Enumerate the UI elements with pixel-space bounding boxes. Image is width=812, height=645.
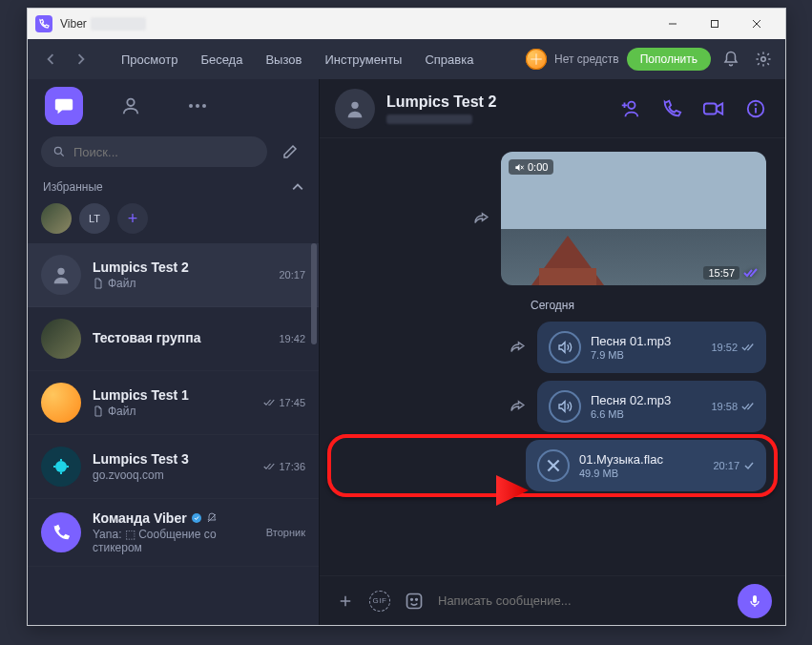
menu-call[interactable]: Вызов xyxy=(256,47,311,73)
chat-sub: Файл xyxy=(108,405,136,418)
topup-button[interactable]: Пополнить xyxy=(627,48,711,71)
chat-name: Lumpics Test 1 xyxy=(93,387,252,403)
message-composer: GIF xyxy=(320,575,785,625)
file-name: Песня 02.mp3 xyxy=(591,393,701,407)
file-icon xyxy=(93,278,104,289)
svg-point-13 xyxy=(192,513,201,523)
message-time: 19:58 xyxy=(711,401,738,412)
svg-point-20 xyxy=(756,104,757,105)
info-button[interactable] xyxy=(741,94,770,123)
chat-item[interactable]: Команда Viber Yana: ⬚ Сообщение со стике… xyxy=(28,499,319,567)
section-favorites[interactable]: Избранные xyxy=(28,177,319,198)
add-favorite-button[interactable]: + xyxy=(117,203,148,234)
svg-rect-27 xyxy=(407,593,422,608)
audio-file-icon xyxy=(549,331,581,364)
chat-item[interactable]: Lumpics Test 3 go.zvooq.com 17:36 xyxy=(28,435,319,499)
chat-time: Вторник xyxy=(266,527,305,538)
video-mute-indicator: 0:00 xyxy=(509,159,553,175)
tab-contacts[interactable] xyxy=(112,87,150,125)
favorite-contact[interactable]: LT xyxy=(79,203,110,234)
chat-name: Lumpics Test 2 xyxy=(93,260,267,275)
chat-name: Тестовая группа xyxy=(93,330,267,345)
svg-point-28 xyxy=(411,598,413,600)
nav-back[interactable] xyxy=(37,46,64,73)
forward-icon[interactable] xyxy=(509,398,526,415)
svg-point-29 xyxy=(416,598,418,600)
chat-time: 17:36 xyxy=(279,461,305,472)
message-input[interactable] xyxy=(438,593,726,608)
chat-sub: Файл xyxy=(108,277,136,290)
read-ticks-icon xyxy=(743,268,759,278)
svg-point-9 xyxy=(54,147,61,154)
app-window: Viber Просмотр Беседа Вызов Инструменты … xyxy=(27,8,786,626)
search-box[interactable] xyxy=(41,136,267,167)
svg-point-11 xyxy=(57,268,64,275)
gif-button[interactable]: GIF xyxy=(369,591,390,612)
chat-name: Lumpics Test 3 xyxy=(93,451,252,467)
chat-list: Lumpics Test 2 Файл 20:17 Тестовая групп… xyxy=(28,243,319,625)
chat-item[interactable]: Lumpics Test 2 Файл 20:17 xyxy=(28,243,319,307)
chat-time: 19:42 xyxy=(279,333,305,344)
chevron-up-icon xyxy=(292,181,303,193)
settings-icon[interactable] xyxy=(751,47,776,72)
file-size: 6.6 MB xyxy=(591,408,701,420)
file-name: Песня 01.mp3 xyxy=(591,334,701,348)
audio-file-icon xyxy=(549,390,581,423)
chat-item[interactable]: Тестовая группа 19:42 xyxy=(28,307,319,371)
sticker-button[interactable] xyxy=(402,589,427,614)
read-ticks-icon xyxy=(741,343,755,352)
notifications-icon[interactable] xyxy=(718,47,743,72)
menu-help[interactable]: Справка xyxy=(415,47,483,73)
add-member-button[interactable] xyxy=(615,94,644,123)
avatar xyxy=(41,319,81,359)
message-time: 19:52 xyxy=(711,342,738,353)
svg-point-4 xyxy=(761,57,766,62)
favorite-contact[interactable] xyxy=(41,203,72,234)
highlighted-message-row: 01.Музыка.flac 49.9 MB 20:17 xyxy=(339,440,766,491)
file-icon xyxy=(93,406,104,417)
svg-point-16 xyxy=(628,101,635,108)
tab-chats[interactable] xyxy=(45,87,83,125)
window-title-extra xyxy=(91,17,146,31)
video-duration: 15:57 xyxy=(703,266,739,280)
menu-tools[interactable]: Инструменты xyxy=(315,47,411,73)
chat-item[interactable]: Lumpics Test 1 Файл 17:45 xyxy=(28,371,319,435)
video-message[interactable]: 0:00 15:57 xyxy=(501,152,766,285)
file-message[interactable]: Песня 02.mp3 6.6 MB 19:58 xyxy=(537,381,766,432)
nav-forward[interactable] xyxy=(68,46,94,73)
voice-call-button[interactable] xyxy=(657,94,686,123)
file-message-uploading[interactable]: 01.Музыка.flac 49.9 MB 20:17 xyxy=(526,440,766,491)
chat-sub: Yana: ⬚ Сообщение со стикером xyxy=(93,528,255,554)
compose-button[interactable] xyxy=(275,136,305,167)
forward-icon[interactable] xyxy=(472,210,489,227)
file-size: 49.9 MB xyxy=(579,468,703,479)
menu-chat[interactable]: Беседа xyxy=(191,47,252,73)
maximize-button[interactable] xyxy=(694,10,736,38)
menu-view[interactable]: Просмотр xyxy=(112,47,187,73)
svg-rect-30 xyxy=(753,595,757,603)
balance-label: Нет средств xyxy=(554,52,619,66)
attach-button[interactable] xyxy=(333,589,358,614)
conversation-title: Lumpics Test 2 xyxy=(386,94,496,111)
close-button[interactable] xyxy=(736,10,778,38)
tab-more[interactable] xyxy=(178,87,217,125)
forward-icon[interactable] xyxy=(509,339,526,356)
chat-time: 17:45 xyxy=(279,397,305,408)
file-message[interactable]: Песня 01.mp3 7.9 MB 19:52 xyxy=(537,322,766,373)
scrollbar-thumb[interactable] xyxy=(311,243,317,344)
window-title: Viber xyxy=(60,17,87,31)
viber-logo-icon xyxy=(35,15,52,32)
svg-point-6 xyxy=(189,104,193,108)
menu-bar: Просмотр Беседа Вызов Инструменты Справк… xyxy=(28,39,785,79)
search-input[interactable] xyxy=(73,145,256,159)
sidebar: Избранные LT + Lumpics Test 2 Файл xyxy=(28,79,320,625)
title-bar: Viber xyxy=(28,9,785,39)
conversation-avatar[interactable] xyxy=(335,89,375,129)
chat-name: Команда Viber xyxy=(93,510,187,526)
svg-point-8 xyxy=(202,104,206,108)
avatar xyxy=(41,447,81,487)
voice-message-button[interactable] xyxy=(738,584,772,618)
minimize-button[interactable] xyxy=(652,10,694,38)
cancel-upload-icon[interactable] xyxy=(537,449,570,482)
video-call-button[interactable] xyxy=(699,94,728,123)
